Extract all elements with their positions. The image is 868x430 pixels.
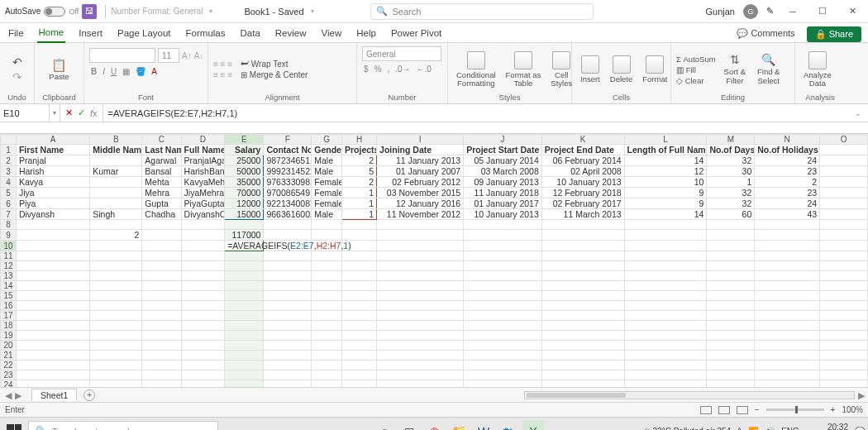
cell[interactable]	[624, 370, 707, 380]
data-cell[interactable]	[90, 188, 142, 198]
cell[interactable]	[541, 241, 624, 251]
data-cell[interactable]	[820, 155, 868, 166]
cell[interactable]	[707, 230, 755, 241]
cell[interactable]	[464, 241, 542, 251]
data-cell[interactable]: Mehra	[142, 188, 181, 198]
word-icon[interactable]: W	[473, 421, 494, 431]
header-cell[interactable]: Contact No.	[264, 145, 312, 155]
cell[interactable]	[342, 361, 377, 370]
fill-color-button[interactable]: 🪣	[134, 66, 147, 77]
cell[interactable]	[225, 311, 264, 321]
cell[interactable]	[181, 291, 225, 301]
data-cell[interactable]: 11 January 2013	[377, 155, 464, 166]
cell[interactable]	[16, 361, 89, 370]
increase-font-icon[interactable]: A↑	[182, 51, 192, 60]
cell[interactable]	[755, 301, 820, 311]
redo-icon[interactable]: ↷	[12, 70, 22, 84]
cell[interactable]	[707, 271, 755, 281]
language-indicator[interactable]: ENG	[781, 427, 799, 430]
cell[interactable]	[90, 301, 142, 311]
data-cell[interactable]: 30	[707, 166, 755, 177]
data-cell[interactable]: 9221340087	[264, 198, 312, 209]
cell[interactable]	[755, 251, 820, 261]
cell[interactable]	[264, 251, 312, 261]
decrease-font-icon[interactable]: A↓	[194, 51, 204, 60]
row-header[interactable]: 19	[1, 331, 17, 341]
cell[interactable]	[755, 321, 820, 331]
cell[interactable]	[541, 331, 624, 341]
col-header[interactable]: G	[312, 135, 342, 145]
cell[interactable]	[312, 341, 342, 351]
data-cell[interactable]	[90, 155, 142, 166]
save-icon[interactable]: 🖫	[82, 4, 97, 19]
cell[interactable]	[624, 301, 707, 311]
data-cell[interactable]: Gupta	[142, 198, 181, 209]
notifications-icon[interactable]: 💬	[855, 427, 865, 430]
data-cell[interactable]: 03 March 2008	[464, 166, 542, 177]
cell[interactable]	[342, 311, 377, 321]
name-box[interactable]: E10	[0, 104, 50, 122]
cell[interactable]	[142, 341, 181, 351]
cell[interactable]	[16, 251, 89, 261]
pen-icon[interactable]: ✎	[766, 6, 774, 17]
tab-help[interactable]: Help	[355, 25, 378, 42]
cell[interactable]	[312, 230, 342, 241]
cell[interactable]	[90, 370, 142, 380]
data-cell[interactable]: 14	[624, 155, 707, 166]
cell[interactable]	[541, 220, 624, 230]
data-cell[interactable]: 24	[755, 155, 820, 166]
data-cell[interactable]: 12000	[225, 198, 264, 209]
cell[interactable]	[225, 271, 264, 281]
data-cell[interactable]: 10 January 2013	[541, 177, 624, 188]
cell[interactable]	[755, 341, 820, 351]
cell[interactable]	[181, 351, 225, 361]
cell[interactable]	[312, 281, 342, 291]
cell[interactable]	[342, 251, 377, 261]
cell[interactable]	[377, 380, 464, 388]
data-cell[interactable]: 10	[624, 177, 707, 188]
cell[interactable]	[16, 301, 89, 311]
cell[interactable]	[312, 220, 342, 230]
data-cell[interactable]: Male	[312, 209, 342, 220]
cell[interactable]	[464, 311, 542, 321]
cell[interactable]	[90, 281, 142, 291]
data-cell[interactable]: 24	[755, 198, 820, 209]
cell[interactable]	[707, 291, 755, 301]
data-cell[interactable]: 32	[707, 188, 755, 198]
col-header[interactable]	[1, 135, 17, 145]
undo-icon[interactable]: ↶	[12, 55, 22, 69]
data-cell[interactable]: 01 January 2017	[464, 198, 542, 209]
clock[interactable]: 20:3219-11-2021	[806, 423, 848, 431]
cell[interactable]	[225, 351, 264, 361]
cell[interactable]	[225, 361, 264, 370]
cell[interactable]	[377, 230, 464, 241]
cell[interactable]	[820, 291, 868, 301]
cell[interactable]	[264, 361, 312, 370]
data-cell[interactable]: Male	[312, 166, 342, 177]
cell[interactable]	[342, 220, 377, 230]
cell[interactable]	[90, 341, 142, 351]
cell[interactable]	[16, 241, 89, 251]
cell[interactable]	[90, 271, 142, 281]
cell[interactable]	[377, 341, 464, 351]
border-button[interactable]: ▦	[121, 66, 131, 77]
cell[interactable]	[264, 370, 312, 380]
row-header[interactable]: 21	[1, 351, 17, 361]
number-format-dropdown[interactable]: Number Format: General	[111, 7, 203, 16]
cell[interactable]	[312, 321, 342, 331]
cell[interactable]	[142, 230, 181, 241]
header-cell[interactable]	[820, 145, 868, 155]
cell[interactable]	[90, 331, 142, 341]
cell[interactable]	[16, 311, 89, 321]
data-cell[interactable]: 9	[624, 198, 707, 209]
cell[interactable]	[464, 230, 542, 241]
row-header[interactable]: 20	[1, 341, 17, 351]
cell[interactable]	[707, 351, 755, 361]
cell[interactable]	[820, 351, 868, 361]
comma-button[interactable]: ,	[385, 64, 391, 74]
chrome-icon[interactable]: ◉	[423, 421, 445, 431]
store-icon[interactable]: 🛍	[498, 421, 519, 431]
row-header[interactable]: 5	[1, 188, 17, 198]
cell[interactable]	[707, 261, 755, 271]
cell[interactable]	[541, 291, 624, 301]
